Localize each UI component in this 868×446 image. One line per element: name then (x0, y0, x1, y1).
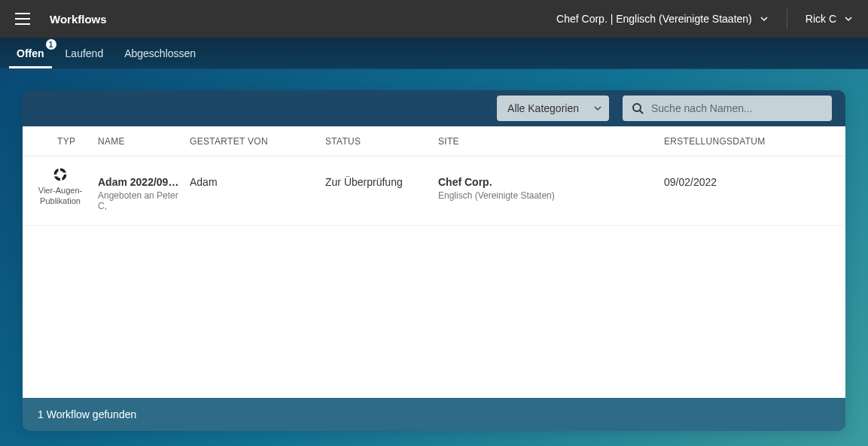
col-header-site: SITE (438, 136, 664, 147)
row-name-sub: Angeboten an Peter C, (98, 190, 182, 211)
col-header-name: NAME (98, 136, 190, 147)
row-created: 09/02/2022 (664, 167, 845, 211)
chevron-down-icon (844, 14, 853, 23)
tab-open-badge: 1 (46, 39, 56, 50)
search-input[interactable] (651, 102, 823, 114)
chevron-down-icon (760, 14, 769, 23)
category-dropdown[interactable]: Alle Kategorien (497, 96, 609, 121)
menu-icon[interactable] (15, 13, 30, 25)
row-typ-label: Vier-Augen-Publikation (29, 185, 92, 207)
app-title: Workflows (50, 13, 107, 26)
user-selector-label: Rick C (806, 13, 836, 25)
site-selector-label: Chef Corp. | Englisch (Vereinigte Staate… (556, 13, 752, 25)
workflow-table: TYP NAME GESTARTET VON STATUS SITE ERSTE… (23, 126, 845, 398)
site-selector[interactable]: Chef Corp. | Englisch (Vereinigte Staate… (556, 13, 769, 25)
chevron-down-icon (594, 105, 602, 112)
row-site-sub: Englisch (Vereinigte Staaten) (438, 190, 664, 201)
panel-footer: 1 Workflow gefunden (23, 398, 845, 431)
top-bar: Workflows Chef Corp. | Englisch (Vereini… (0, 0, 868, 38)
row-started-by: Adam (190, 167, 325, 211)
tab-closed-label: Abgeschlossen (124, 47, 196, 59)
tab-open-label: Offen (17, 47, 44, 59)
row-name: Adam 2022/09… (98, 176, 182, 188)
col-header-typ: TYP (23, 136, 98, 147)
tab-running-label: Laufend (65, 47, 104, 59)
table-row[interactable]: Vier-Augen-Publikation Adam 2022/09… Ang… (23, 156, 845, 226)
col-header-status: STATUS (325, 136, 438, 147)
tab-bar: Offen 1 Laufend Abgeschlossen (0, 38, 868, 69)
result-count: 1 Workflow gefunden (38, 408, 136, 420)
workflow-panel: Alle Kategorien TYP NAME GESTARTET VON S… (23, 90, 845, 431)
svg-point-0 (633, 104, 641, 111)
table-header: TYP NAME GESTARTET VON STATUS SITE ERSTE… (23, 126, 845, 156)
row-status: Zur Überprüfung (325, 167, 438, 211)
row-site: Chef Corp. (438, 176, 664, 188)
cycle-icon (53, 167, 68, 182)
search-icon (632, 102, 644, 114)
category-dropdown-label: Alle Kategorien (507, 102, 579, 114)
col-header-started: GESTARTET VON (190, 136, 325, 147)
col-header-created: ERSTELLUNGSDATUM (664, 136, 845, 147)
search-box[interactable] (623, 96, 832, 121)
tab-running[interactable]: Laufend (58, 40, 111, 68)
panel-filter: Alle Kategorien (23, 90, 845, 126)
separator (787, 8, 787, 29)
tab-closed[interactable]: Abgeschlossen (117, 40, 203, 68)
tab-open[interactable]: Offen 1 (9, 40, 52, 68)
user-selector[interactable]: Rick C (806, 13, 853, 25)
